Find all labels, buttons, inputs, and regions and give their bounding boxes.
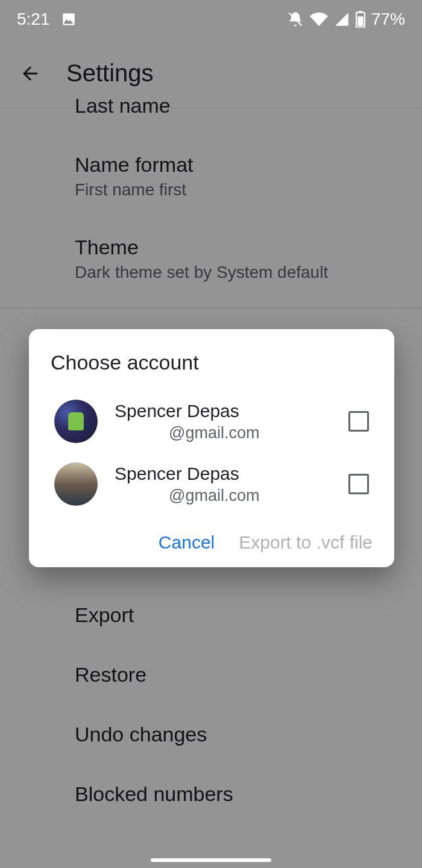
svg-rect-4 [359,11,362,13]
account-email: @gmail.com [115,486,332,505]
image-icon [61,11,77,27]
avatar [54,400,98,443]
status-bar: 5:21 77% [0,0,422,39]
status-time: 5:21 [17,10,50,29]
svg-rect-3 [357,16,363,26]
choose-account-dialog: Choose account Spencer Depas @gmail.com … [29,329,394,567]
status-battery: 77% [371,10,405,29]
dialog-title: Choose account [51,351,373,374]
cancel-button[interactable]: Cancel [159,532,215,553]
battery-icon [356,11,365,28]
account-checkbox[interactable] [348,411,369,432]
account-email: @gmail.com [115,424,332,442]
wifi-icon [310,10,328,28]
account-checkbox[interactable] [348,474,369,494]
account-name: Spencer Depas [115,401,332,421]
notifications-off-icon [287,11,304,28]
navigation-handle[interactable] [151,858,271,862]
account-name: Spencer Depas [115,464,332,484]
account-option-0[interactable]: Spencer Depas @gmail.com [51,390,373,453]
export-button[interactable]: Export to .vcf file [239,532,373,553]
account-option-1[interactable]: Spencer Depas @gmail.com [51,453,373,515]
avatar [54,462,98,506]
signal-icon [334,11,350,27]
